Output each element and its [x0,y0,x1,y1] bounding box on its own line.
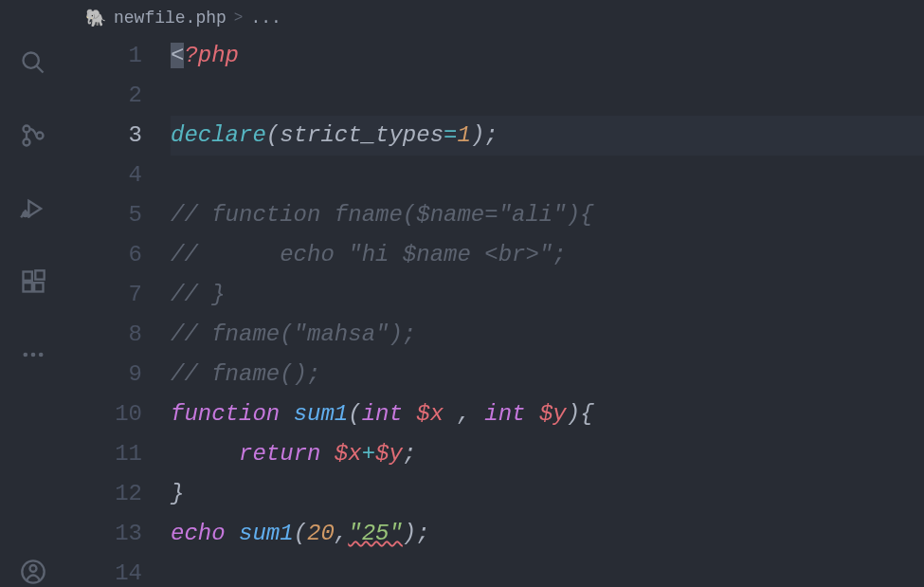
code-token [320,441,334,467]
svg-rect-9 [34,283,43,291]
code-token [444,401,457,427]
svg-point-2 [24,126,30,133]
code-line[interactable] [171,156,924,195]
file-type-icon: 🐘 [85,8,106,28]
code-token [226,521,239,546]
code-token: sum1 [239,521,294,546]
line-number: 6 [104,235,142,275]
line-number: 7 [104,275,142,315]
code-line[interactable]: function sum1(int $x , int $y){ [171,394,924,434]
code-token: // echo "hi $name <br>"; [171,242,567,267]
run-debug-icon[interactable] [18,193,48,224]
code-token: ); [403,521,430,546]
code-line[interactable]: // fname("mahsa"); [171,315,924,355]
code-content[interactable]: <?phpdeclare(strict_types=1);// function… [171,36,924,587]
svg-rect-8 [24,283,32,291]
search-icon[interactable] [18,47,48,78]
line-number: 11 [104,434,142,474]
code-token: sum1 [294,401,349,427]
line-number-gutter: 1234567891011121314 [104,36,171,587]
breadcrumb-rest: ... [250,9,281,28]
code-token: // function fname($name="ali"){ [171,202,593,228]
code-line[interactable]: // fname(); [171,355,924,394]
code-token: } [171,481,184,506]
code-line[interactable]: // function fname($name="ali"){ [171,195,924,235]
code-token [526,401,539,427]
code-token [471,401,484,427]
chevron-right-icon: > [234,9,244,27]
code-token: , [335,521,348,546]
code-line[interactable]: } [171,474,924,514]
source-control-icon[interactable] [18,120,48,151]
activity-bar [0,0,66,587]
code-token: // } [171,282,226,307]
code-token: 20 [307,521,335,546]
svg-point-11 [24,353,28,358]
code-line[interactable]: // echo "hi $name <br>"; [171,235,924,275]
more-icon[interactable] [18,339,48,370]
code-token: ; [403,441,416,467]
code-line[interactable]: echo sum1(20,"25"); [171,514,924,554]
code-token: < [171,43,184,68]
code-token: $x [416,401,444,427]
code-line[interactable]: // } [171,275,924,315]
code-token: int [362,401,403,427]
line-number: 14 [104,554,142,587]
code-token: return [239,441,320,467]
code-token: strict_types [280,122,444,148]
code-token [403,401,416,427]
code-line[interactable] [171,76,924,116]
code-token: int [484,401,525,427]
code-token: ( [266,122,280,148]
code-token: // fname(); [171,361,320,387]
line-number: 2 [104,76,142,116]
line-number: 4 [104,156,142,195]
line-number: 1 [104,36,142,76]
code-line[interactable]: return $x+$y; [171,434,924,474]
code-token: ( [294,521,307,546]
code-token: , [457,401,470,427]
code-token: 1 [457,122,470,148]
extensions-icon[interactable] [18,266,48,297]
svg-marker-5 [28,201,41,216]
code-line[interactable]: declare(strict_types=1); [171,116,924,156]
line-number: 3 [104,116,142,156]
line-number: 12 [104,474,142,514]
code-token [280,401,293,427]
code-token: "25" [348,521,403,546]
code-line[interactable]: <?php [171,36,924,76]
svg-line-1 [37,66,44,73]
code-token: ); [471,122,498,148]
code-token: ?php [184,43,239,68]
line-number: 13 [104,514,142,554]
svg-rect-7 [24,272,32,281]
breadcrumb[interactable]: 🐘 newfile.php > ... [66,0,924,36]
svg-point-6 [24,212,28,217]
svg-rect-10 [35,270,44,279]
code-token: ( [348,401,361,427]
line-number: 10 [104,394,142,434]
code-token: echo [171,521,226,546]
svg-point-0 [24,53,39,68]
editor-main: 🐘 newfile.php > ... 1234567891011121314 … [66,0,924,587]
code-token [171,441,239,467]
code-token: declare [171,122,266,148]
code-editor[interactable]: 1234567891011121314 <?phpdeclare(strict_… [66,36,924,587]
svg-point-3 [24,139,30,146]
svg-point-4 [37,133,44,139]
code-token: function [171,401,280,427]
code-token: + [362,441,375,467]
code-token: $y [375,441,403,467]
svg-point-13 [39,353,44,358]
code-token: $y [539,401,567,427]
breadcrumb-filename: newfile.php [114,9,226,28]
code-token: // fname("mahsa"); [171,321,416,347]
line-number: 5 [104,195,142,235]
line-number: 8 [104,315,142,355]
code-token: $x [335,441,362,467]
code-line[interactable] [171,554,924,587]
line-number: 9 [104,355,142,394]
account-icon[interactable] [18,557,48,587]
svg-point-12 [31,353,36,358]
code-token: = [444,122,457,148]
